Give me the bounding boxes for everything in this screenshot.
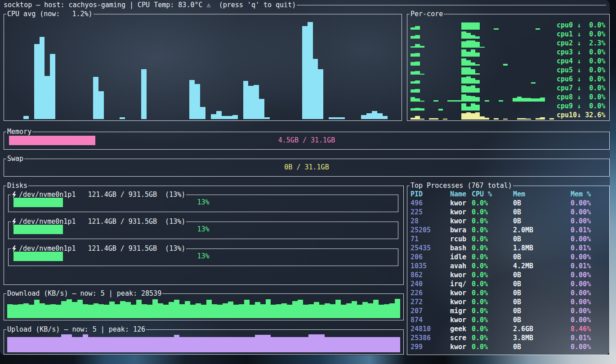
bar [485,118,489,120]
bar [29,305,34,318]
table-cell: avah [450,262,472,271]
bar [368,337,373,352]
table-cell: 2.0MB [513,226,571,235]
bar [169,337,174,352]
bar [292,337,298,352]
bar [174,335,179,352]
core-row: cpu3 ↓ 0.0% [411,48,607,57]
table-cell: 0.0% [472,280,513,289]
table-row: 272kwor0.0%0B0.00% [411,297,608,306]
bar [325,337,330,352]
bar [357,337,362,352]
bar [34,300,40,318]
core-row: cpu10↓ 32.6% [411,111,607,120]
table-row: 25386scre0.0%3.8MB0.01% [411,333,608,342]
bar [471,103,475,111]
bar [335,300,341,318]
bar [461,67,466,75]
bar [40,303,45,318]
table-cell: 0B [513,289,571,297]
per-core-rows: cpu0 ↓ 0.0%cpu1 ↓ 0.0%cpu2 ↓ 2.3%cpu3 ↓ … [411,21,607,120]
bar [466,40,471,48]
top-processes-panel-title: Top Processes (767 total) [410,182,513,190]
core-label: cpu0 ↓ 0.0% [557,21,607,30]
bar [389,303,395,318]
table-cell: PID [411,190,450,199]
bar [83,334,88,352]
table-cell: Mem [513,190,571,199]
bar [163,337,169,352]
bar [471,35,475,39]
bar [461,31,466,39]
bar [104,305,109,318]
memory-panel: Memory 4.5GB / 31.1GB [4,128,610,150]
bar [142,337,147,352]
bar [158,337,163,352]
bar [34,44,40,119]
table-row: 28kwor0.0%0B0.00% [411,217,608,226]
bar [308,334,314,352]
terminal-window[interactable]: socktop — host: cachyos-gaming | CPU Tem… [0,0,610,355]
bar [471,69,475,75]
bar [313,59,318,119]
table-cell: CPU % [472,190,513,199]
lightning-icon [12,245,17,252]
table-cell: 225 [411,208,450,217]
bar [461,94,466,102]
bar [466,76,471,84]
bar [179,304,185,318]
table-cell: 0B [513,235,571,244]
core-row: cpu2 ↓ 2.3% [411,39,607,48]
bar [125,302,131,318]
bar [318,69,323,120]
bar [94,337,99,352]
table-row: 496kwor0.0%0B0.00% [411,199,608,208]
bar [120,337,125,352]
swap-usage-label: 0B / 31.1GB [9,163,604,172]
bar [23,303,29,318]
bar [415,89,420,93]
bar [223,337,228,352]
bar [461,41,466,48]
table-cell: 0.0% [472,342,513,351]
table-cell: 8.46% [571,324,608,333]
per-core-panel: Per-core cpu0 ↓ 0.0%cpu1 ↓ 0.0%cpu2 ↓ 2.… [407,10,610,121]
bar [346,303,352,318]
cpu-avg-panel: CPU avg (now: 1.2%) [4,10,402,121]
bar [411,89,415,93]
core-row: cpu5 ↓ 0.0% [411,66,607,75]
memory-gauge: 4.5GB / 31.1GB [9,136,604,145]
bar [411,97,415,102]
bar [23,116,29,119]
table-cell: 28 [411,217,450,226]
bar [190,337,196,352]
bar [522,118,526,120]
bar [319,334,325,352]
bar [104,337,109,352]
bar [438,109,443,111]
core-sparkline [411,85,554,93]
bar [352,301,357,318]
swap-gauge: 0B / 31.1GB [9,163,604,172]
bar [18,337,23,352]
table-cell: 24810 [411,324,450,333]
bar [222,116,227,119]
disk-panel: /dev/nvme0n1p1 121.4GB / 931.5GB (13%)13… [8,244,398,266]
disks-panel-title: Disks [6,182,28,190]
bar [466,96,471,102]
bar [420,108,424,111]
bar [361,115,366,119]
bar [61,334,67,352]
table-cell: 0.00% [571,315,608,324]
bar [314,302,319,318]
bar [40,37,45,119]
disk-title: /dev/nvme0n1p1 121.4GB / 931.5GB (13%) [11,191,186,199]
table-cell: 0.00% [571,208,608,217]
bar [461,103,466,111]
bar [341,305,346,318]
bar [174,300,179,318]
bar [415,44,420,48]
bar [466,112,471,120]
bar [83,304,88,318]
core-row: cpu7 ↓ 0.0% [411,84,607,93]
